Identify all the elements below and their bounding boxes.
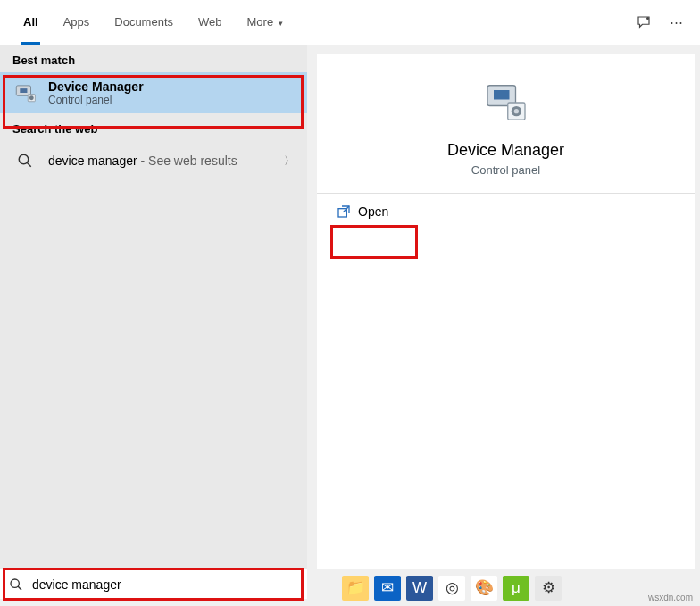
detail-subtitle: Control panel <box>317 163 695 177</box>
results-panel: Best match Device Manager Control panel … <box>0 45 307 569</box>
device-manager-icon <box>12 80 38 105</box>
web-query-hint: - See web results <box>138 154 238 168</box>
taskbar-word[interactable]: W <box>406 576 433 601</box>
svg-rect-2 <box>20 88 27 93</box>
group-best-match-heading: Best match <box>0 45 307 72</box>
result-web-query[interactable]: device manager - See web results 〉 <box>0 141 307 180</box>
svg-point-5 <box>19 154 29 164</box>
svg-point-13 <box>11 579 19 587</box>
tab-all[interactable]: All <box>11 0 51 45</box>
result-subtitle: Control panel <box>48 94 295 106</box>
tab-documents[interactable]: Documents <box>102 0 186 45</box>
taskbar-paint[interactable]: 🎨 <box>471 576 497 601</box>
search-input[interactable] <box>32 577 298 592</box>
taskbar: 📁✉W◎🎨μ⚙ <box>317 569 695 606</box>
open-external-icon <box>337 204 351 219</box>
chevron-right-icon: 〉 <box>284 154 295 169</box>
options-icon[interactable]: ⋯ <box>662 14 689 30</box>
detail-device-manager-icon <box>480 77 532 129</box>
action-open[interactable]: Open <box>317 194 695 229</box>
filter-tabs: All Apps Documents Web More▼ ⋯ <box>0 0 700 45</box>
web-query-text: device manager <box>48 154 138 168</box>
watermark: wsxdn.com <box>648 593 693 602</box>
result-title: Device Manager <box>48 79 295 94</box>
chevron-down-icon: ▼ <box>277 20 284 28</box>
taskbar-mail[interactable]: ✉ <box>374 576 401 601</box>
svg-rect-8 <box>494 90 510 100</box>
svg-point-0 <box>646 17 649 20</box>
taskbar-generic-app[interactable]: ⚙ <box>535 576 562 601</box>
svg-line-6 <box>27 162 31 167</box>
svg-point-4 <box>29 95 34 100</box>
action-open-label: Open <box>358 204 388 219</box>
search-box[interactable] <box>0 569 307 599</box>
taskbar-utorrent[interactable]: μ <box>503 576 529 601</box>
detail-panel: Device Manager Control panel Open <box>317 54 695 569</box>
taskbar-chrome[interactable]: ◎ <box>438 576 465 601</box>
svg-line-14 <box>18 586 21 590</box>
tab-more[interactable]: More▼ <box>235 0 297 45</box>
group-search-web-heading: Search the web <box>0 113 307 141</box>
tab-apps[interactable]: Apps <box>51 0 103 45</box>
svg-point-11 <box>513 109 518 113</box>
detail-title: Device Manager <box>317 141 695 160</box>
feedback-icon[interactable] <box>636 14 662 30</box>
taskbar-file-explorer[interactable]: 📁 <box>342 576 369 601</box>
search-icon <box>12 148 38 173</box>
tab-web[interactable]: Web <box>186 0 235 45</box>
result-device-manager[interactable]: Device Manager Control panel <box>0 72 307 113</box>
search-icon <box>9 577 23 592</box>
